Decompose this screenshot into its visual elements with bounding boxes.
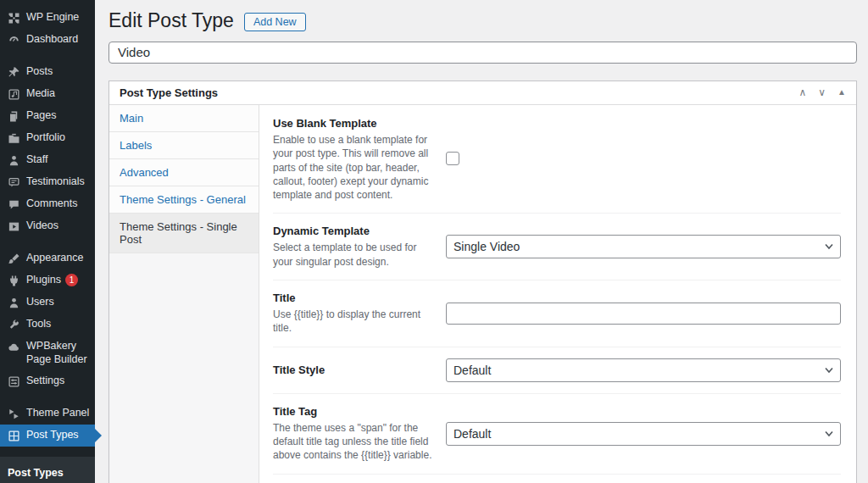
sidebar-item-label: Post Types xyxy=(26,429,79,442)
metabox-header: Post Type Settings ∧ ∨ ▲ xyxy=(109,81,856,105)
comment-icon xyxy=(7,197,20,211)
tab-theme-settings-single-post[interactable]: Theme Settings - Single Post xyxy=(109,214,259,253)
sidebar-item-label: Appearance xyxy=(26,252,83,265)
grid-icon xyxy=(7,429,20,442)
select-wrap: Single Video xyxy=(446,235,841,258)
sidebar-item-comments[interactable]: Comments xyxy=(0,193,95,215)
title-input[interactable] xyxy=(446,303,841,325)
sidebar-item-media[interactable]: Media xyxy=(0,83,95,105)
select-wrap: Default xyxy=(446,422,841,446)
sidebar-item-testimonials[interactable]: Testimonials xyxy=(0,171,95,193)
setting-label-col: TitleUse {{title}} to display the curren… xyxy=(273,291,432,336)
portfolio-icon xyxy=(7,131,20,145)
use-blank-template-checkbox[interactable] xyxy=(446,152,459,165)
pushpin-icon xyxy=(7,65,20,79)
setting-label-col: Dynamic TemplateSelect a template to be … xyxy=(273,225,432,269)
sidebar-item-users[interactable]: Users xyxy=(0,291,95,314)
video-icon xyxy=(7,219,20,233)
sidebar-menu-group: Theme PanelPost Types xyxy=(0,402,95,447)
dashboard-icon xyxy=(7,33,20,47)
dynamic-template-select[interactable]: Single Video xyxy=(446,235,841,258)
sidebar-submenu: Post TypesTaxonomies xyxy=(0,457,95,483)
tab-advanced[interactable]: Advanced xyxy=(109,159,259,186)
sidebar-item-plugins[interactable]: Plugins1 xyxy=(0,269,95,291)
setting-control-col xyxy=(446,152,841,168)
sidebar-menu: WP EngineDashboardPostsMediaPagesPortfol… xyxy=(0,7,95,447)
sidebar-menu-group: WP EngineDashboard xyxy=(0,7,95,51)
sidebar-item-portfolio[interactable]: Portfolio xyxy=(0,127,95,149)
post-type-name-input[interactable] xyxy=(108,42,857,64)
sidebar-item-videos[interactable]: Videos xyxy=(0,215,95,237)
metabox-handle-actions: ∧ ∨ ▲ xyxy=(799,87,847,97)
sidebar-item-wp-engine[interactable]: WP Engine xyxy=(0,7,95,29)
setting-description: The theme uses a "span" for the default … xyxy=(273,421,432,463)
sidebar-item-posts[interactable]: Posts xyxy=(0,61,95,83)
wrench-icon xyxy=(7,318,20,331)
sidebar-item-staff[interactable]: Staff xyxy=(0,149,95,171)
setting-row-title-tag: Title TagThe theme uses a "span" for the… xyxy=(273,393,841,474)
tab-theme-settings-general[interactable]: Theme Settings - General xyxy=(109,186,259,214)
sidebar-item-tools[interactable]: Tools xyxy=(0,314,95,336)
sidebar-item-appearance[interactable]: Appearance xyxy=(0,247,95,269)
media-icon xyxy=(7,87,20,101)
setting-label: Use Blank Template xyxy=(273,117,432,130)
setting-control-col: Default xyxy=(446,358,841,382)
sidebar-item-settings[interactable]: Settings xyxy=(0,370,95,392)
setting-control-col xyxy=(446,303,841,325)
sidebar-item-label: Users xyxy=(26,296,54,309)
sidebar-item-label: Settings xyxy=(26,375,64,388)
chevron-down-icon[interactable]: ∨ xyxy=(818,87,826,97)
sidebar-item-label: WP Engine xyxy=(26,11,79,25)
cloud-icon xyxy=(7,340,20,353)
brush-icon xyxy=(7,252,20,265)
setting-row-title-style: Title StyleDefault xyxy=(273,347,841,393)
setting-control-col: Default xyxy=(446,422,841,446)
page-header: Edit Post Type Add New xyxy=(108,8,857,34)
metabox-title: Post Type Settings xyxy=(120,86,218,99)
settings-icon xyxy=(7,375,20,388)
setting-control-col: Single Video xyxy=(446,235,841,258)
admin-sidebar: WP EngineDashboardPostsMediaPagesPortfol… xyxy=(0,0,95,483)
sidebar-item-wpbakery-page-builder[interactable]: WPBakery Page Builder xyxy=(0,336,95,370)
sidebar-item-label: Dashboard xyxy=(26,33,78,47)
setting-description: Use {{title}} to display the current tit… xyxy=(273,308,432,336)
setting-label: Title xyxy=(273,291,432,304)
sidebar-item-pages[interactable]: Pages xyxy=(0,105,95,127)
sidebar-item-label: Media xyxy=(26,87,55,101)
setting-label-col: Title TagThe theme uses a "span" for the… xyxy=(273,405,432,463)
sidebar-item-label: Portfolio xyxy=(26,131,65,145)
settings-tabs: MainLabelsAdvancedTheme Settings - Gener… xyxy=(109,105,259,483)
metabox-body: MainLabelsAdvancedTheme Settings - Gener… xyxy=(109,105,856,483)
select-wrap: Default xyxy=(446,358,841,382)
setting-description: Enable to use a blank template for your … xyxy=(273,133,432,203)
sidebar-item-theme-panel[interactable]: Theme Panel xyxy=(0,402,95,425)
tab-labels[interactable]: Labels xyxy=(109,132,259,159)
sidebar-item-dashboard[interactable]: Dashboard xyxy=(0,29,95,51)
sidebar-item-label: Videos xyxy=(26,219,58,233)
update-count-badge: 1 xyxy=(65,274,78,286)
submenu-item-post-types[interactable]: Post Types xyxy=(0,463,95,483)
page-title: Edit Post Type xyxy=(108,8,234,34)
title-tag-select[interactable]: Default xyxy=(446,422,841,446)
sidebar-item-label: Testimonials xyxy=(26,175,85,189)
setting-label: Title Style xyxy=(273,364,432,376)
sidebar-item-post-types[interactable]: Post Types xyxy=(0,425,95,447)
sidebar-item-label: WPBakery Page Builder xyxy=(26,340,90,366)
setting-label-col: Title Style xyxy=(273,364,432,376)
testimonial-icon xyxy=(7,175,20,189)
sidebar-item-label: Comments xyxy=(26,197,77,211)
theme-panel-icon xyxy=(7,407,20,420)
tab-main[interactable]: Main xyxy=(109,105,259,132)
sidebar-item-label: Theme Panel xyxy=(26,407,89,420)
setting-row-use-blank-template: Use Blank TemplateEnable to use a blank … xyxy=(273,106,841,214)
wp-engine-icon xyxy=(7,11,20,25)
sidebar-menu-group: AppearancePlugins1UsersToolsWPBakery Pag… xyxy=(0,247,95,392)
toggle-triangle-icon[interactable]: ▲ xyxy=(837,88,846,97)
sidebar-menu-group: PostsMediaPagesPortfolioStaffTestimonial… xyxy=(0,61,95,237)
sidebar-item-label: Tools xyxy=(26,318,51,331)
chevron-up-icon[interactable]: ∧ xyxy=(799,87,807,97)
setting-label-col: Use Blank TemplateEnable to use a blank … xyxy=(273,117,432,203)
add-new-button[interactable]: Add New xyxy=(244,13,306,31)
setting-description: Select a template to be used for your si… xyxy=(273,241,432,269)
title-style-select[interactable]: Default xyxy=(446,358,841,382)
